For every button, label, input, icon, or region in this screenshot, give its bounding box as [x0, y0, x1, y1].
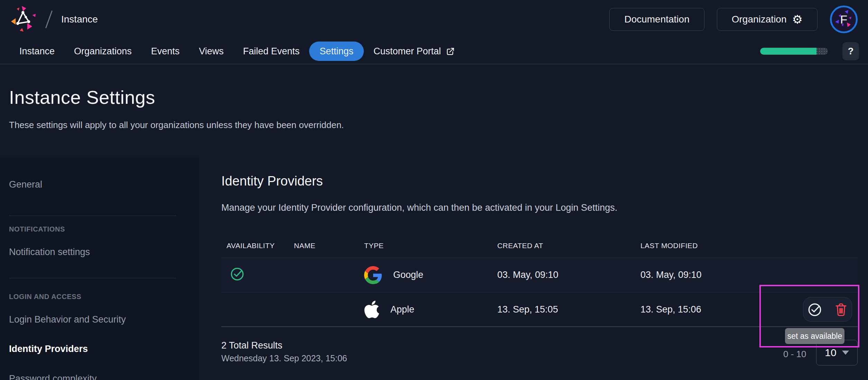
nav-tabs: Instance Organizations Events Views Fail… [0, 39, 868, 64]
section-heading: Identity Providers [221, 173, 858, 189]
check-circle-icon [807, 301, 823, 317]
sidebar-item-general[interactable]: General [9, 179, 199, 190]
sidebar-divider [9, 216, 176, 216]
created-at: 13. Sep, 15:05 [497, 304, 640, 315]
total-results: 2 Total Results [221, 340, 858, 351]
trash-icon [834, 302, 848, 317]
quota-progress-bar [760, 48, 828, 55]
tab-instance[interactable]: Instance [10, 46, 64, 57]
apple-icon [364, 299, 379, 319]
tab-organizations[interactable]: Organizations [64, 46, 141, 57]
tooltip-set-as-available: set as available [785, 328, 844, 344]
google-icon [364, 266, 382, 284]
organization-button[interactable]: Organization ⚙ [717, 8, 818, 31]
tab-events[interactable]: Events [141, 46, 190, 57]
title-section: Instance Settings These settings will ap… [0, 64, 868, 157]
breadcrumb-slash [45, 10, 53, 28]
page-subtitle: These settings will apply to all your or… [9, 120, 858, 130]
main-panel: Identity Providers Manage your Identity … [199, 157, 868, 380]
nav-right: ? [760, 42, 859, 60]
table-row-apple[interactable]: Apple 13. Sep, 15:05 13. Sep, 15:06 [221, 292, 858, 327]
tab-customer-portal[interactable]: Customer Portal [364, 46, 465, 57]
sidebar-item-password-complexity[interactable]: Password complexity [9, 373, 199, 380]
settings-sidebar: General NOTIFICATIONS Notification setti… [0, 157, 199, 380]
sidebar-item-login-behavior[interactable]: Login Behavior and Security [9, 314, 199, 325]
idp-table: AVAILABILITY NAME TYPE CREATED AT LAST M… [221, 234, 858, 327]
created-at: 03. May, 09:10 [497, 270, 640, 280]
help-button[interactable]: ? [842, 42, 859, 60]
delete-button[interactable] [834, 302, 848, 317]
tab-views[interactable]: Views [189, 46, 233, 57]
tab-failed-events[interactable]: Failed Events [233, 46, 310, 57]
table-row-google[interactable]: Google 03. May, 09:10 03. May, 09:10 [221, 258, 858, 292]
table-header-row: AVAILABILITY NAME TYPE CREATED AT LAST M… [221, 234, 858, 258]
sidebar-item-notification-settings[interactable]: Notification settings [9, 246, 199, 257]
header-actions: Documentation Organization ⚙ F [609, 6, 858, 33]
chevron-down-icon [842, 351, 849, 355]
sidebar-section-notifications: NOTIFICATIONS [9, 225, 199, 233]
external-link-icon [446, 47, 455, 56]
footer-timestamp: Wednesday 13. Sep 2023, 15:06 [221, 353, 858, 363]
breadcrumb: Instance [61, 14, 98, 25]
table-footer: 2 Total Results Wednesday 13. Sep 2023, … [221, 340, 858, 363]
app-window: Instance Documentation Organization ⚙ F [0, 0, 868, 380]
last-modified: 03. May, 09:10 [640, 270, 858, 280]
page-title: Instance Settings [9, 87, 858, 108]
sidebar-divider [9, 278, 176, 278]
zitadel-logo[interactable] [9, 5, 38, 34]
section-description: Manage your Identity Provider configurat… [221, 202, 858, 214]
avatar[interactable]: F [830, 6, 858, 33]
quota-progress-fill [760, 48, 816, 55]
sidebar-section-login-and-access: LOGIN AND ACCESS [9, 293, 199, 301]
tab-settings[interactable]: Settings [309, 42, 364, 61]
idp-type-label: Google [393, 270, 423, 280]
header: Instance Documentation Organization ⚙ F [0, 0, 868, 39]
documentation-button[interactable]: Documentation [609, 8, 704, 31]
pagination-range: 0 - 10 [783, 349, 806, 360]
content: General NOTIFICATIONS Notification setti… [0, 157, 868, 380]
available-check-icon [229, 266, 245, 282]
sidebar-item-identity-providers[interactable]: Identity Providers [9, 343, 199, 354]
row-actions [803, 297, 852, 322]
idp-type-label: Apple [390, 304, 414, 315]
gear-icon: ⚙ [792, 13, 803, 25]
set-available-button[interactable] [807, 301, 823, 317]
avatar-initial: F [840, 13, 848, 26]
